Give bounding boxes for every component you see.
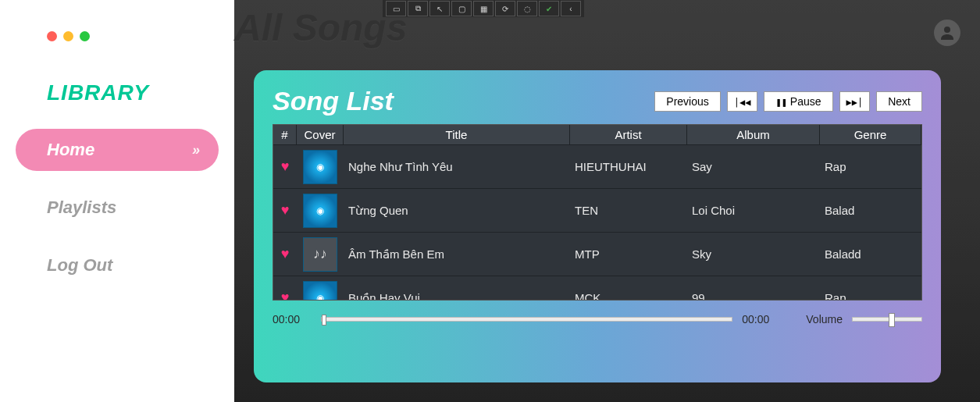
debug-ok-icon[interactable]: ✔: [539, 1, 559, 16]
debug-collapse-icon[interactable]: ‹: [561, 1, 581, 16]
progress-track[interactable]: [321, 317, 732, 322]
debug-select-icon[interactable]: ▭: [386, 1, 406, 16]
close-dot[interactable]: [47, 31, 57, 41]
previous-button[interactable]: Previous: [654, 91, 720, 112]
volume-track[interactable]: [852, 317, 922, 322]
time-total: 00:00: [742, 313, 781, 326]
cover-thumb: ♪♪: [303, 237, 337, 272]
skip-forward-icon: ▶▶|: [846, 97, 864, 108]
fav-cell[interactable]: ♥: [273, 158, 297, 175]
song-table: # Cover Title Artist Album Genre ♥◉Nghe …: [273, 124, 922, 301]
album-cell: Loi Choi: [687, 204, 820, 217]
table-row[interactable]: ♥◉Từng QuenTENLoi ChoiBalad: [273, 189, 921, 233]
sidebar-item-logout[interactable]: Log Out: [16, 244, 219, 286]
minimize-dot[interactable]: [63, 31, 73, 41]
table-body[interactable]: ♥◉Nghe Như Tình YêuHIEUTHUHAISayRap♥◉Từn…: [273, 145, 921, 300]
chevron-right-icon: »: [192, 142, 197, 158]
card-title: Song List: [273, 86, 394, 116]
heart-icon: ♥: [281, 290, 290, 300]
title-cell: Buồn Hay Vui: [344, 291, 570, 301]
cover-cell: ◉: [297, 281, 344, 301]
sidebar-item-home[interactable]: Home »: [16, 129, 219, 171]
album-cell: 99: [687, 291, 820, 300]
user-avatar[interactable]: [934, 20, 960, 46]
debug-pick-icon[interactable]: ▦: [473, 1, 494, 16]
debug-access-icon[interactable]: ◌: [517, 1, 537, 16]
playback-controls: Previous |◀◀ ❚❚ Pause ▶▶| Next: [654, 91, 922, 112]
heart-icon: ♥: [281, 246, 290, 261]
sidebar: LIBRARY Home » Playlists Log Out: [0, 0, 234, 402]
sidebar-item-playlists[interactable]: Playlists: [16, 187, 219, 229]
table-row[interactable]: ♥◉Nghe Như Tình YêuHIEUTHUHAISayRap: [273, 145, 921, 189]
sidebar-item-label: Playlists: [47, 197, 116, 218]
skip-forward-button[interactable]: ▶▶|: [839, 91, 871, 112]
album-cell: Sky: [687, 247, 820, 261]
col-cover: Cover: [297, 125, 344, 144]
title-cell: Âm Thầm Bên Em: [344, 247, 570, 261]
sidebar-item-label: Log Out: [47, 255, 112, 276]
heart-icon: ♥: [281, 202, 290, 218]
time-current: 00:00: [273, 313, 312, 326]
next-button[interactable]: Next: [876, 91, 922, 112]
cover-thumb: ◉: [303, 194, 337, 228]
fav-cell[interactable]: ♥: [273, 246, 297, 262]
cover-cell: ♪♪: [297, 237, 344, 272]
genre-cell: Rap: [820, 160, 921, 173]
cover-thumb: ◉: [303, 281, 337, 301]
fav-cell[interactable]: ♥: [273, 202, 297, 219]
genre-cell: Baladd: [820, 247, 921, 261]
debug-toolbar: ▭ ⧉ ↖ ▢ ▦ ⟳ ◌ ✔ ‹: [383, 0, 584, 17]
skip-back-button[interactable]: |◀◀: [727, 91, 758, 112]
cover-cell: ◉: [297, 194, 344, 228]
title-cell: Nghe Như Tình Yêu: [344, 160, 570, 174]
debug-screen-icon[interactable]: ▢: [451, 1, 472, 16]
col-genre: Genre: [820, 125, 921, 144]
pause-button[interactable]: ❚❚ Pause: [764, 91, 832, 112]
maximize-dot[interactable]: [80, 31, 90, 41]
heart-icon: ♥: [281, 158, 290, 174]
debug-camera-icon[interactable]: ⧉: [408, 1, 428, 16]
col-album: Album: [687, 125, 820, 144]
progress-row: 00:00 00:00 Volume: [273, 313, 922, 326]
table-row[interactable]: ♥◉Buồn Hay VuiMCK99Rap: [273, 276, 921, 300]
library-heading: LIBRARY: [47, 80, 234, 105]
pause-icon: ❚❚: [775, 97, 786, 108]
sidebar-item-label: Home: [47, 140, 94, 160]
col-artist: Artist: [570, 125, 687, 144]
col-title: Title: [344, 125, 570, 144]
volume-label: Volume: [806, 313, 843, 326]
artist-cell: TEN: [570, 204, 687, 217]
title-cell: Từng Quen: [344, 204, 570, 218]
player-card: Song List Previous |◀◀ ❚❚ Pause ▶▶| Next…: [254, 70, 941, 382]
cover-cell: ◉: [297, 150, 344, 184]
person-icon: [938, 23, 957, 42]
debug-refresh-icon[interactable]: ⟳: [495, 1, 515, 16]
page-title: All Songs: [234, 6, 407, 49]
progress-thumb[interactable]: [322, 315, 326, 326]
artist-cell: MCK: [570, 291, 687, 300]
table-header: # Cover Title Artist Album Genre: [273, 125, 921, 145]
album-cell: Say: [687, 160, 820, 173]
debug-cursor-icon[interactable]: ↖: [429, 1, 450, 16]
table-row[interactable]: ♥♪♪Âm Thầm Bên EmMTPSkyBaladd: [273, 233, 921, 276]
artist-cell: HIEUTHUHAI: [570, 160, 687, 173]
window-controls: [47, 31, 234, 41]
cover-thumb: ◉: [303, 150, 337, 184]
fav-cell[interactable]: ♥: [273, 290, 297, 300]
artist-cell: MTP: [570, 247, 687, 261]
skip-back-icon: |◀◀: [734, 97, 751, 108]
svg-point-0: [944, 27, 950, 33]
col-hash: #: [273, 125, 297, 144]
genre-cell: Balad: [820, 204, 921, 217]
main-area: ▭ ⧉ ↖ ▢ ▦ ⟳ ◌ ✔ ‹ All Songs Song List Pr…: [234, 0, 980, 402]
genre-cell: Rap: [820, 291, 921, 300]
volume-thumb[interactable]: [889, 313, 895, 327]
